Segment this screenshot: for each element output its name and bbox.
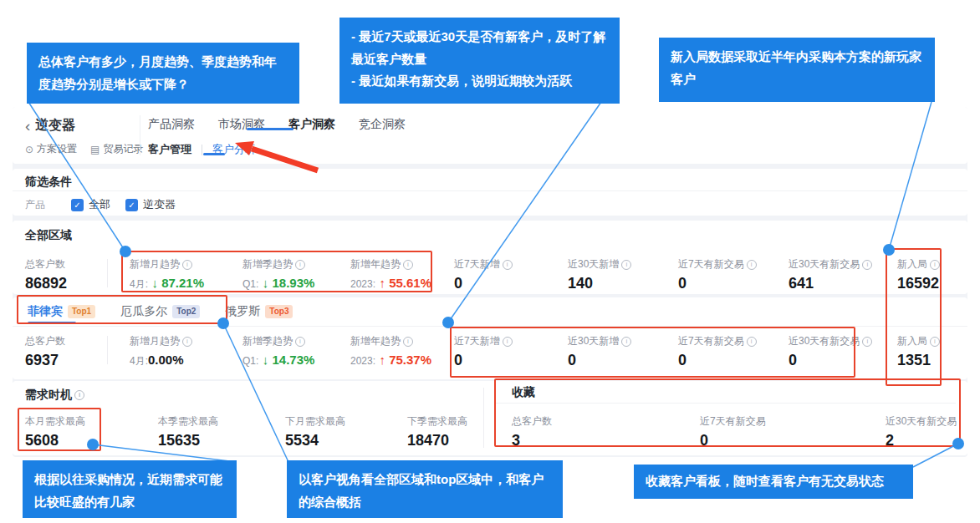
info-icon <box>503 260 513 270</box>
trade-records-button[interactable]: ▤ 贸易记录 <box>90 142 143 156</box>
header-card: ‹ 逆变器 ⊙ 方案设置 ▤ 贸易记录 产品洞察 市场洞察 客户洞察 竞企洞察 … <box>13 107 967 164</box>
stat-new-7d: 近7天新增 0 <box>454 257 513 292</box>
favorites-divider <box>494 403 956 404</box>
stat-trade-30d: 近30天有新交易 0 <box>789 334 872 369</box>
info-icon <box>503 337 513 347</box>
annotation-bottom-middle: 以客户视角看全部区域和top区域中，和客户的综合概括 <box>287 460 563 518</box>
top1-badge: Top1 <box>68 305 95 318</box>
stat-new-30d: 近30天新增 140 <box>568 257 631 292</box>
country-tab-russia[interactable]: 俄罗斯 Top3 <box>225 304 293 319</box>
top2-badge: Top2 <box>172 305 200 318</box>
stat-quarter-trend: 新增季趋势 Q1: ↓ 18.93% <box>242 257 314 291</box>
stat-new-entrant: 新入局 1351 <box>897 334 940 369</box>
back-chevron-icon: ‹ <box>25 118 30 134</box>
info-icon <box>182 337 192 347</box>
stat-new-7d: 近7天新增 0 <box>454 334 513 369</box>
demand-card: 需求时机 本月需求最高 5608 本季需求最高 15635 下月需求最高 553… <box>13 381 967 455</box>
gear-icon: ⊙ <box>25 144 33 155</box>
info-icon <box>295 337 305 347</box>
stat-year-trend: 新增年趋势 2023: ↑ 75.37% <box>350 334 431 368</box>
subtab-customer-management[interactable]: 客户管理 <box>148 142 191 157</box>
favorites-title: 收藏 <box>512 385 535 400</box>
stat-fav-trade-30d: 近30天有新交易 2 <box>886 414 957 449</box>
info-icon <box>747 260 757 270</box>
checkbox-all-label[interactable]: 全部 <box>89 197 110 212</box>
info-icon <box>930 260 940 270</box>
screenshot-stage: ‹ 逆变器 ⊙ 方案设置 ▤ 贸易记录 产品洞察 市场洞察 客户洞察 竞企洞察 … <box>0 0 980 523</box>
country-tab-ecuador[interactable]: 厄瓜多尔 Top2 <box>120 304 200 319</box>
solution-title: 逆变器 <box>35 117 75 135</box>
stat-month-trend: 新增月趋势 4月:0.00% <box>130 334 192 368</box>
filter-title: 筛选条件 <box>25 175 72 190</box>
info-icon <box>747 337 757 347</box>
tab-competitor-insight[interactable]: 竞企洞察 <box>359 117 406 132</box>
info-icon <box>862 260 872 270</box>
info-icon <box>182 260 192 270</box>
stat-trade-7d: 近7天有新交易 0 <box>678 334 757 369</box>
active-country-underline <box>28 322 76 324</box>
stat-total-customers: 总客户数 6937 <box>25 334 65 369</box>
filter-divider <box>13 190 967 191</box>
info-icon <box>862 337 872 347</box>
stat-new-30d: 近30天新增 0 <box>568 334 631 369</box>
subtab-divider <box>202 145 202 155</box>
demand-title: 需求时机 <box>25 388 84 403</box>
checkbox-all-checked-icon[interactable] <box>71 199 84 211</box>
document-icon: ▤ <box>90 144 100 155</box>
country-tab-philippines[interactable]: 菲律宾 Top1 <box>28 304 95 319</box>
tab-product-insight[interactable]: 产品洞察 <box>148 117 195 132</box>
stat-total-customers: 总客户数 86892 <box>25 257 67 292</box>
stat-demand-next-quarter: 下季需求最高 18470 <box>407 414 467 449</box>
annotation-bottom-left: 根据以往采购情况，近期需求可能比较旺盛的有几家 <box>23 460 237 518</box>
back-button[interactable]: ‹ 逆变器 <box>25 117 75 135</box>
tab-customer-insight[interactable]: 客户洞察 <box>288 117 335 132</box>
top-region-card: 菲律宾 Top1 厄瓜多尔 Top2 俄罗斯 Top3 总客户数 6937 新增… <box>13 297 967 379</box>
stat-trade-30d: 近30天有新交易 641 <box>789 257 872 292</box>
stat-year-trend: 新增年趋势 2023: ↑ 55.61% <box>350 257 431 291</box>
info-icon <box>403 337 413 347</box>
favorites-vertical-divider <box>483 388 484 448</box>
filter-field-label: 产品 <box>25 198 71 212</box>
stat-quarter-trend: 新增季趋势 Q1: ↓ 14.73% <box>242 334 314 368</box>
stat-demand-this-quarter: 本季需求最高 15635 <box>158 414 218 449</box>
annotation-top-middle: - 最近7天或最近30天是否有新客户，及时了解最近客户数量 - 最近如果有新交易… <box>339 18 620 104</box>
info-icon <box>74 390 84 400</box>
active-tab-underline <box>247 128 293 130</box>
annotation-bottom-right: 收藏客户看板，随时查看客户有无交易状态 <box>634 465 913 499</box>
annotation-top-left: 总体客户有多少，月度趋势、季度趋势和年度趋势分别是增长或下降？ <box>27 43 299 104</box>
stat-demand-next-month: 下月需求最高 5534 <box>285 414 345 449</box>
checkbox-inverter-label[interactable]: 逆变器 <box>143 197 176 212</box>
top3-badge: Top3 <box>265 305 293 318</box>
active-subtab-underline <box>203 153 225 155</box>
checkbox-inverter-checked-icon[interactable] <box>125 199 138 211</box>
stat-divider <box>107 259 108 287</box>
stat-new-entrant: 新入局 16592 <box>897 257 940 292</box>
country-tabs-divider <box>13 326 967 327</box>
header-divider <box>140 115 140 155</box>
info-icon <box>930 337 940 347</box>
annotation-top-right: 新入局数据采取近半年内采购本方案的新玩家客户 <box>659 38 935 102</box>
stat-divider <box>107 336 108 364</box>
stat-trade-7d: 近7天有新交易 0 <box>678 257 757 292</box>
info-icon <box>621 260 631 270</box>
scheme-settings-button[interactable]: ⊙ 方案设置 <box>25 142 77 156</box>
all-region-card: 全部区域 总客户数 86892 新增月趋势 4月: ↓ 87.21% 新增季趋势… <box>13 221 967 294</box>
stat-demand-this-month: 本月需求最高 5608 <box>25 414 85 449</box>
info-icon <box>621 337 631 347</box>
info-icon <box>295 260 305 270</box>
stat-fav-trade-7d: 近7天有新交易 0 <box>700 414 766 449</box>
all-region-title: 全部区域 <box>25 228 72 243</box>
stat-fav-total: 总客户数 3 <box>512 414 552 449</box>
stat-month-trend: 新增月趋势 4月: ↓ 87.21% <box>130 257 204 292</box>
info-icon <box>403 260 413 270</box>
filter-card: 筛选条件 产品 全部 逆变器 <box>13 169 967 216</box>
